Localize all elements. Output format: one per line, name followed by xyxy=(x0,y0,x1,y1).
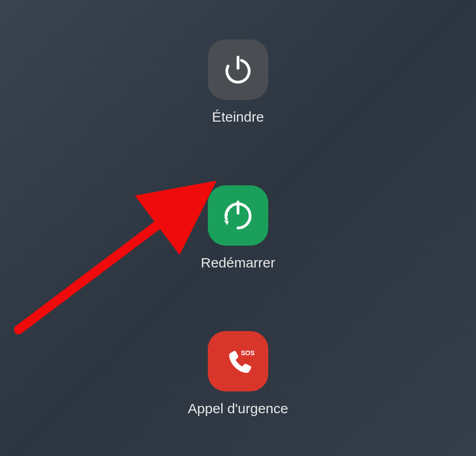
svg-point-3 xyxy=(226,209,229,212)
emergency-item[interactable]: SOS Appel d'urgence xyxy=(188,331,288,417)
emergency-button[interactable]: SOS xyxy=(208,331,268,391)
svg-line-8 xyxy=(19,197,194,330)
emergency-label: Appel d'urgence xyxy=(188,401,288,417)
phone-sos-icon: SOS xyxy=(219,342,257,380)
svg-text:SOS: SOS xyxy=(241,349,255,357)
power-off-item[interactable]: Éteindre xyxy=(208,39,268,125)
svg-point-2 xyxy=(225,213,228,216)
svg-point-4 xyxy=(229,206,232,208)
power-icon xyxy=(222,53,254,86)
restart-icon xyxy=(221,198,255,233)
power-off-button[interactable] xyxy=(208,39,268,100)
restart-button[interactable] xyxy=(208,185,268,246)
power-menu: Éteindre Redémarrer SOS xyxy=(188,39,288,417)
power-off-label: Éteindre xyxy=(212,109,264,125)
restart-label: Redémarrer xyxy=(201,255,275,271)
restart-item[interactable]: Redémarrer xyxy=(201,185,275,271)
